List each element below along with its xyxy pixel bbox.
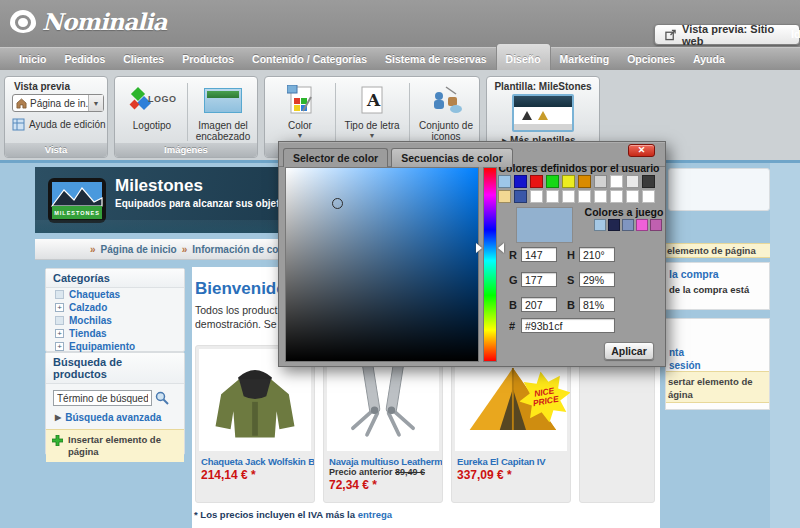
- logotipo-label: Logotipo: [133, 120, 171, 131]
- tab-color-sequences[interactable]: Secuencias de color: [391, 148, 513, 167]
- user-color-swatch[interactable]: [498, 175, 511, 188]
- menu-tab-opciones[interactable]: Opciones: [618, 48, 684, 71]
- category-label: Equipamiento: [69, 341, 135, 352]
- group-label-vista: Vista: [5, 143, 107, 157]
- expand-icon[interactable]: +: [55, 342, 64, 351]
- expand-icon[interactable]: +: [55, 303, 64, 312]
- category-label: Chaquetas: [69, 289, 120, 300]
- user-color-swatch[interactable]: [514, 175, 527, 188]
- user-color-row-1: [498, 175, 655, 188]
- font-button[interactable]: A Tipo de letra ▼: [339, 81, 405, 142]
- logotipo-button[interactable]: LOGO Logotipo: [121, 81, 183, 142]
- hsb-s-field[interactable]: [579, 272, 615, 287]
- menu-tab-productos[interactable]: Productos: [173, 48, 243, 71]
- hue-slider[interactable]: [483, 167, 497, 362]
- cart-title-link[interactable]: la compra: [666, 263, 769, 284]
- user-color-swatch[interactable]: [610, 190, 623, 203]
- apply-button[interactable]: Aplicar: [604, 342, 654, 360]
- product-card[interactable]: Navaja multiuso LeathermPrecio anterior …: [323, 345, 443, 503]
- product-card[interactable]: NICEPRICEEureka El Capitan IV337,09 € *: [451, 345, 571, 503]
- user-color-swatch[interactable]: [562, 175, 575, 188]
- font-label: Tipo de letra: [344, 120, 399, 131]
- login-link[interactable]: sesión: [666, 360, 769, 371]
- matching-color-swatch[interactable]: [622, 219, 634, 231]
- color-button[interactable]: Color ▼: [269, 81, 331, 142]
- hex-field[interactable]: [521, 318, 615, 333]
- user-color-swatch[interactable]: [626, 175, 639, 188]
- menu-tab-contenido-categor-as[interactable]: Contenido / Categorías: [243, 48, 376, 71]
- rgb-g-field[interactable]: [521, 272, 557, 287]
- account-link[interactable]: nta: [666, 347, 769, 358]
- menu-tab-inicio[interactable]: Inicio: [10, 48, 55, 71]
- user-color-swatch[interactable]: [546, 175, 559, 188]
- category-label: Mochilas: [69, 315, 112, 326]
- sidebar-item-chaquetas[interactable]: Chaquetas: [46, 288, 184, 301]
- user-color-swatch[interactable]: [514, 190, 527, 203]
- insert-page-element-button[interactable]: Insertar elemento de página: [46, 429, 184, 462]
- chevron-down-icon[interactable]: ▼: [88, 95, 103, 111]
- user-color-swatch[interactable]: [530, 175, 543, 188]
- header-image-button[interactable]: Imagen del encabezado: [191, 81, 255, 142]
- user-color-swatch[interactable]: [594, 190, 607, 203]
- edit-help-button[interactable]: Ayuda de edición: [12, 118, 106, 131]
- ribbon-group-imagenes: LOGO Logotipo Imagen del encabezado Imág…: [114, 76, 258, 158]
- template-thumbnail[interactable]: [512, 94, 574, 132]
- hsb-b-field[interactable]: [579, 297, 615, 312]
- hue-marker-left[interactable]: [476, 243, 482, 253]
- product-name-link[interactable]: Navaja multiuso Leatherm: [324, 454, 442, 467]
- sidebar-item-calzado[interactable]: +Calzado: [46, 301, 184, 314]
- search-title: Búsqueda de productos: [46, 353, 184, 384]
- product-name-link[interactable]: Eureka El Capitan IV: [452, 454, 570, 467]
- page-select-dropdown[interactable]: Página de in... ▼: [12, 94, 104, 112]
- user-color-swatch[interactable]: [578, 175, 591, 188]
- rgb-r-field[interactable]: [521, 247, 557, 262]
- user-color-swatch[interactable]: [498, 190, 511, 203]
- hue-marker-right[interactable]: [498, 243, 504, 253]
- product-name-link[interactable]: Chaqueta Jack Wolfskin B: [196, 454, 314, 467]
- language-menu-fragment[interactable]: Id: [791, 28, 800, 40]
- user-color-swatch[interactable]: [610, 175, 623, 188]
- insert-element-bar[interactable]: elemento de página: [665, 243, 770, 258]
- color-position-marker[interactable]: [332, 198, 343, 209]
- menu-tab-ayuda[interactable]: Ayuda: [684, 48, 734, 71]
- intro-line-2: demostración. Se u: [195, 317, 285, 331]
- expand-icon[interactable]: +: [55, 329, 64, 338]
- user-color-swatch[interactable]: [562, 190, 575, 203]
- close-icon[interactable]: ✕: [628, 144, 655, 157]
- menu-tab-pedidos[interactable]: Pedidos: [55, 48, 114, 71]
- hsb-h-field[interactable]: [579, 247, 615, 262]
- user-color-swatch[interactable]: [642, 175, 655, 188]
- dialog-tabs: Selector de color Secuencias de color: [283, 148, 513, 167]
- matching-color-swatch[interactable]: [636, 219, 648, 231]
- delivery-link[interactable]: entrega: [358, 509, 392, 520]
- tab-color-selector[interactable]: Selector de color: [283, 148, 388, 167]
- sidebar-item-tiendas[interactable]: +Tiendas: [46, 327, 184, 340]
- color-value-fields: RHGSBB: [509, 242, 629, 317]
- matching-color-swatch[interactable]: [650, 219, 662, 231]
- user-color-swatch[interactable]: [546, 190, 559, 203]
- advanced-search-link[interactable]: ▶ Búsqueda avanzada: [46, 409, 184, 427]
- breadcrumb-link[interactable]: Página de inicio: [101, 244, 177, 255]
- user-color-swatch[interactable]: [530, 190, 543, 203]
- user-color-swatch[interactable]: [594, 175, 607, 188]
- matching-color-swatch[interactable]: [594, 219, 606, 231]
- user-color-swatch[interactable]: [642, 190, 655, 203]
- preview-site-button[interactable]: Vista previa: Sitio web: [654, 24, 800, 45]
- search-input[interactable]: [53, 390, 152, 406]
- logo-diamonds-icon: LOGO: [130, 87, 174, 113]
- saturation-brightness-area[interactable]: [285, 167, 479, 362]
- insert-element-box[interactable]: sertar elemento de ágina: [666, 371, 769, 403]
- menu-tab-marketing[interactable]: Marketing: [551, 48, 619, 71]
- rgb-b-field[interactable]: [521, 297, 557, 312]
- matching-color-swatch[interactable]: [608, 219, 620, 231]
- menu-tab-sistema-de-reservas[interactable]: Sistema de reservas: [376, 48, 496, 71]
- sidebar-item-mochilas[interactable]: Mochilas: [46, 314, 184, 327]
- search-icon[interactable]: [155, 391, 169, 405]
- menu-tab-clientes[interactable]: Clientes: [114, 48, 173, 71]
- menu-tab-dise-o[interactable]: Diseño: [496, 43, 551, 70]
- iconset-button[interactable]: Conjunto de iconos: [413, 81, 479, 142]
- user-color-swatch[interactable]: [626, 190, 639, 203]
- template-title: Plantilla: MileStones: [487, 81, 599, 92]
- user-color-swatch[interactable]: [578, 190, 591, 203]
- product-card[interactable]: Chaqueta Jack Wolfskin B214,14 € *: [195, 345, 315, 503]
